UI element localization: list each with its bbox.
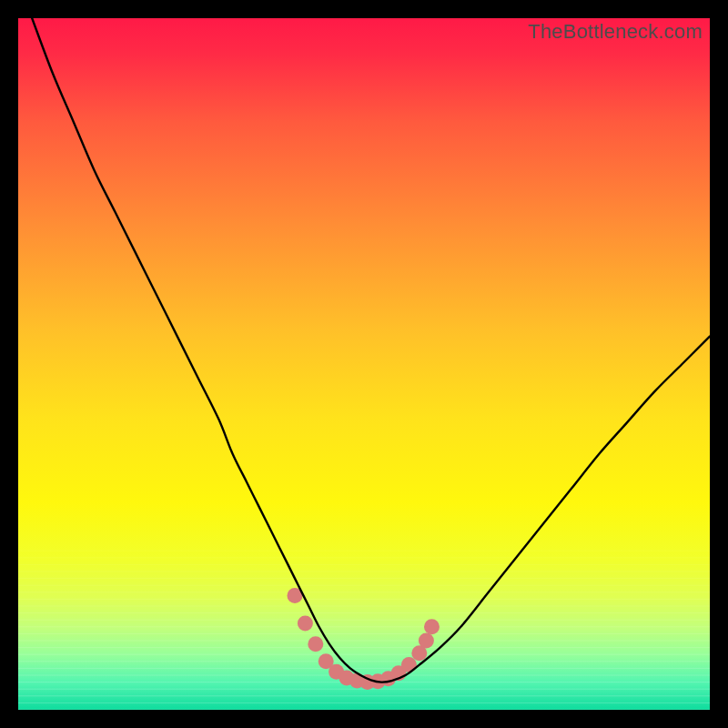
highlight-dot [308, 636, 323, 652]
chart-frame: TheBottleneck.com [0, 0, 728, 728]
highlight-dot [419, 633, 434, 649]
highlight-dot [424, 619, 440, 634]
highlight-dot [401, 657, 417, 672]
chart-svg [18, 18, 710, 710]
highlight-dot [298, 616, 313, 632]
plot-area: TheBottleneck.com [18, 18, 710, 710]
